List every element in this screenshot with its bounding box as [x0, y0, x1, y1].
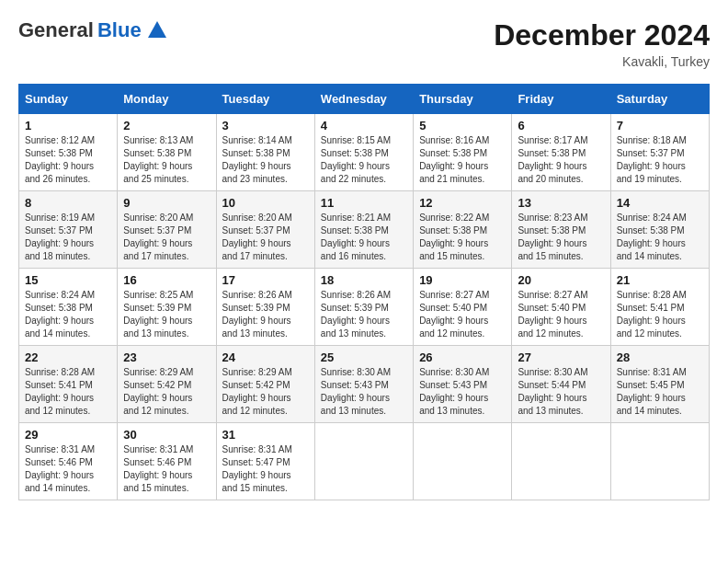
day-number: 20 [518, 273, 604, 287]
sunrise-label: Sunrise: 8:24 AM [25, 290, 95, 300]
sunset-label: Sunset: 5:45 PM [617, 380, 685, 390]
daylight-label: Daylight: 9 hours and 14 minutes. [25, 470, 94, 493]
calendar-cell: 7 Sunrise: 8:18 AM Sunset: 5:37 PM Dayli… [610, 114, 709, 191]
daylight-label: Daylight: 9 hours and 15 minutes. [222, 470, 291, 493]
day-number: 23 [123, 350, 210, 364]
day-number: 21 [617, 273, 703, 287]
sunset-label: Sunset: 5:43 PM [321, 380, 389, 390]
sunrise-label: Sunrise: 8:25 AM [123, 290, 193, 300]
sunset-label: Sunset: 5:42 PM [123, 380, 191, 390]
week-row-3: 15 Sunrise: 8:24 AM Sunset: 5:38 PM Dayl… [19, 269, 710, 346]
sunset-label: Sunset: 5:39 PM [123, 303, 191, 313]
calendar-cell: 30 Sunrise: 8:31 AM Sunset: 5:46 PM Dayl… [118, 423, 216, 500]
sunrise-label: Sunrise: 8:19 AM [25, 213, 95, 223]
header-monday: Monday [118, 85, 216, 114]
day-number: 31 [222, 428, 309, 442]
page-header: General Blue December 2024 Kavakli, Turk… [18, 18, 710, 69]
day-info: Sunrise: 8:12 AM Sunset: 5:38 PM Dayligh… [25, 134, 111, 186]
sunset-label: Sunset: 5:40 PM [518, 303, 586, 313]
sunrise-label: Sunrise: 8:31 AM [617, 367, 687, 377]
day-info: Sunrise: 8:31 AM Sunset: 5:47 PM Dayligh… [222, 443, 309, 495]
calendar-cell: 22 Sunrise: 8:28 AM Sunset: 5:41 PM Dayl… [19, 346, 118, 423]
day-info: Sunrise: 8:31 AM Sunset: 5:46 PM Dayligh… [123, 443, 210, 495]
sunset-label: Sunset: 5:41 PM [25, 380, 93, 390]
daylight-label: Daylight: 9 hours and 13 minutes. [123, 316, 192, 339]
sunset-label: Sunset: 5:41 PM [617, 303, 685, 313]
day-number: 5 [419, 119, 506, 132]
day-number: 6 [518, 119, 604, 132]
daylight-label: Daylight: 9 hours and 20 minutes. [518, 161, 586, 184]
day-info: Sunrise: 8:23 AM Sunset: 5:38 PM Dayligh… [518, 212, 604, 263]
calendar-table: Sunday Monday Tuesday Wednesday Thursday… [18, 84, 710, 500]
calendar-cell: 31 Sunrise: 8:31 AM Sunset: 5:47 PM Dayl… [216, 423, 314, 500]
day-number: 11 [321, 196, 407, 210]
calendar-cell: 26 Sunrise: 8:30 AM Sunset: 5:43 PM Dayl… [414, 346, 512, 423]
month-title: December 2024 [494, 18, 710, 52]
day-info: Sunrise: 8:21 AM Sunset: 5:38 PM Dayligh… [321, 212, 407, 263]
day-info: Sunrise: 8:25 AM Sunset: 5:39 PM Dayligh… [123, 289, 210, 340]
sunrise-label: Sunrise: 8:16 AM [419, 135, 489, 145]
day-info: Sunrise: 8:29 AM Sunset: 5:42 PM Dayligh… [222, 366, 309, 418]
daylight-label: Daylight: 9 hours and 12 minutes. [123, 393, 192, 416]
week-row-1: 1 Sunrise: 8:12 AM Sunset: 5:38 PM Dayli… [19, 114, 710, 191]
sunset-label: Sunset: 5:38 PM [25, 148, 93, 158]
day-info: Sunrise: 8:20 AM Sunset: 5:37 PM Dayligh… [222, 212, 309, 263]
day-info: Sunrise: 8:30 AM Sunset: 5:43 PM Dayligh… [419, 366, 506, 418]
calendar-cell [314, 423, 413, 500]
sunset-label: Sunset: 5:42 PM [222, 380, 290, 390]
daylight-label: Daylight: 9 hours and 13 minutes. [321, 393, 390, 416]
day-info: Sunrise: 8:27 AM Sunset: 5:40 PM Dayligh… [518, 289, 604, 340]
day-number: 22 [25, 350, 111, 364]
sunrise-label: Sunrise: 8:21 AM [321, 213, 391, 223]
day-info: Sunrise: 8:16 AM Sunset: 5:38 PM Dayligh… [419, 134, 506, 186]
day-number: 26 [419, 350, 506, 364]
day-info: Sunrise: 8:22 AM Sunset: 5:38 PM Dayligh… [419, 212, 506, 263]
sunset-label: Sunset: 5:47 PM [222, 457, 290, 467]
calendar-cell: 23 Sunrise: 8:29 AM Sunset: 5:42 PM Dayl… [118, 346, 216, 423]
day-number: 15 [25, 273, 111, 287]
daylight-label: Daylight: 9 hours and 13 minutes. [518, 393, 586, 416]
calendar-cell [610, 423, 709, 500]
sunrise-label: Sunrise: 8:17 AM [518, 135, 587, 145]
sunrise-label: Sunrise: 8:18 AM [617, 135, 687, 145]
calendar-cell: 3 Sunrise: 8:14 AM Sunset: 5:38 PM Dayli… [216, 114, 314, 191]
daylight-label: Daylight: 9 hours and 18 minutes. [25, 238, 94, 261]
calendar-cell: 14 Sunrise: 8:24 AM Sunset: 5:38 PM Dayl… [610, 191, 709, 269]
daylight-label: Daylight: 9 hours and 26 minutes. [25, 161, 94, 184]
sunset-label: Sunset: 5:38 PM [321, 148, 389, 158]
sunset-label: Sunset: 5:38 PM [123, 148, 191, 158]
sunrise-label: Sunrise: 8:28 AM [25, 367, 95, 377]
header-saturday: Saturday [610, 85, 709, 114]
sunset-label: Sunset: 5:44 PM [518, 380, 586, 390]
calendar-cell: 16 Sunrise: 8:25 AM Sunset: 5:39 PM Dayl… [118, 269, 216, 346]
sunset-label: Sunset: 5:37 PM [222, 225, 290, 236]
day-info: Sunrise: 8:15 AM Sunset: 5:38 PM Dayligh… [321, 134, 407, 186]
day-number: 3 [222, 119, 309, 132]
day-info: Sunrise: 8:24 AM Sunset: 5:38 PM Dayligh… [617, 212, 703, 263]
sunrise-label: Sunrise: 8:24 AM [617, 213, 687, 223]
calendar-cell: 21 Sunrise: 8:28 AM Sunset: 5:41 PM Dayl… [610, 269, 709, 346]
daylight-label: Daylight: 9 hours and 17 minutes. [222, 238, 291, 261]
logo: General Blue [18, 18, 166, 42]
calendar-cell: 9 Sunrise: 8:20 AM Sunset: 5:37 PM Dayli… [118, 191, 216, 269]
sunrise-label: Sunrise: 8:20 AM [123, 213, 193, 223]
daylight-label: Daylight: 9 hours and 12 minutes. [222, 393, 291, 416]
day-info: Sunrise: 8:31 AM Sunset: 5:46 PM Dayligh… [25, 443, 111, 495]
calendar-cell: 4 Sunrise: 8:15 AM Sunset: 5:38 PM Dayli… [314, 114, 413, 191]
sunrise-label: Sunrise: 8:15 AM [321, 135, 391, 145]
week-row-5: 29 Sunrise: 8:31 AM Sunset: 5:46 PM Dayl… [19, 423, 710, 500]
sunrise-label: Sunrise: 8:31 AM [123, 444, 193, 454]
daylight-label: Daylight: 9 hours and 13 minutes. [419, 393, 488, 416]
sunrise-label: Sunrise: 8:28 AM [617, 290, 687, 300]
calendar-cell: 10 Sunrise: 8:20 AM Sunset: 5:37 PM Dayl… [216, 191, 314, 269]
sunrise-label: Sunrise: 8:20 AM [222, 213, 292, 223]
sunrise-label: Sunrise: 8:13 AM [123, 135, 193, 145]
sunset-label: Sunset: 5:39 PM [222, 303, 290, 313]
header-friday: Friday [512, 85, 610, 114]
calendar-cell: 6 Sunrise: 8:17 AM Sunset: 5:38 PM Dayli… [512, 114, 610, 191]
calendar-cell: 2 Sunrise: 8:13 AM Sunset: 5:38 PM Dayli… [118, 114, 216, 191]
daylight-label: Daylight: 9 hours and 15 minutes. [518, 238, 586, 261]
daylight-label: Daylight: 9 hours and 22 minutes. [321, 161, 390, 184]
sunset-label: Sunset: 5:38 PM [518, 148, 586, 158]
sunset-label: Sunset: 5:37 PM [617, 148, 685, 158]
